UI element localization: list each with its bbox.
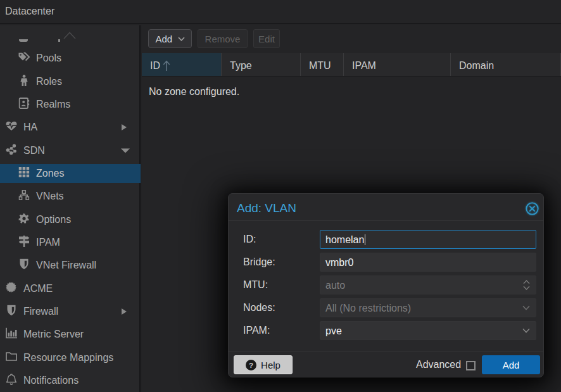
svg-text:?: ? <box>249 361 253 369</box>
